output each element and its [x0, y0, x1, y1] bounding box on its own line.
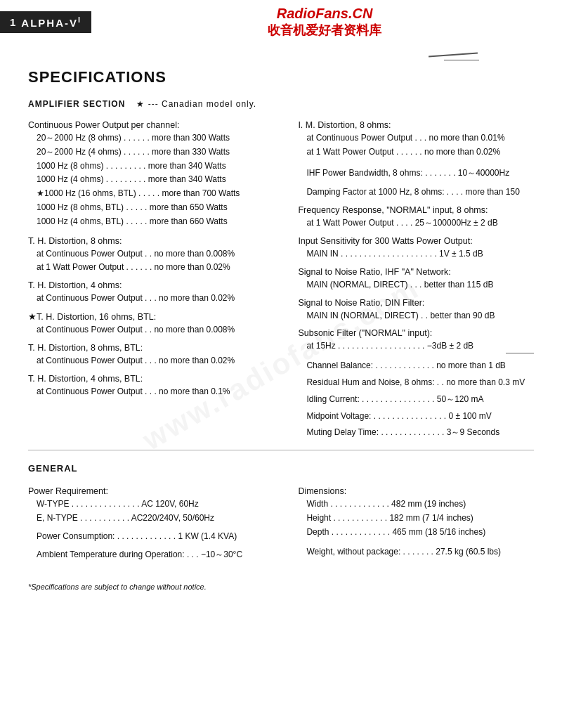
freq-label: Frequency Response, "NORMAL" input, 8 oh…	[298, 205, 534, 215]
thd-4ohms-btl-row-1: at Continuous Power Output . . . no more…	[28, 385, 284, 399]
snr-din-row-1: MAIN IN (NORMAL, DIRECT) . . better than…	[298, 309, 534, 323]
page: 1 ALPHA-VI RadioFans.CN 收音机爱好者资料库 SPECIF…	[0, 0, 562, 728]
imd-row-2: at 1 Watt Power Output . . . . . . no mo…	[298, 145, 534, 160]
power-consumption: Power Consumption: . . . . . . . . . . .…	[28, 530, 284, 544]
residual-hum: Residual Hum and Noise, 8 ohms: . . no m…	[298, 376, 534, 390]
snr-ihf-row-1: MAIN (NORMAL, DIRECT) . . . better than …	[298, 278, 534, 292]
idling-current: Idling Current: . . . . . . . . . . . . …	[298, 393, 534, 407]
site-title-cn: 收音机爱好者资料库	[98, 22, 551, 39]
section-header: AMPLIFIER SECTION ★ --- Canadian model o…	[28, 99, 534, 109]
power-row-1: 20～2000 Hz (8 ohms) . . . . . . more tha…	[28, 131, 284, 145]
header: 1 ALPHA-VI RadioFans.CN 收音机爱好者资料库	[0, 0, 562, 41]
channel-balance: Channel Balance: . . . . . . . . . . . .…	[298, 359, 534, 373]
general-right-col: Dimensions: Width . . . . . . . . . . . …	[291, 479, 534, 561]
dim-row-1: Width . . . . . . . . . . . . . 482 mm (…	[298, 498, 534, 512]
content: SPECIFICATIONS AMPLIFIER SECTION ★ --- C…	[0, 41, 562, 605]
brand-block: 1 ALPHA-VI	[0, 11, 91, 33]
power-row-5: ★1000 Hz (16 ohms, BTL) . . . . . more t…	[28, 187, 284, 201]
power-row-3: 1000 Hz (8 ohms) . . . . . . . . . more …	[28, 160, 284, 174]
footer-note: *Specifications are subject to change wi…	[28, 583, 534, 591]
general-left-col: Power Requirement: W-TYPE . . . . . . . …	[28, 479, 291, 561]
power-row-6: 1000 Hz (8 ohms, BTL) . . . . . more tha…	[28, 201, 284, 215]
thd-4ohms-row-1: at Continuous Power Output . . . no more…	[28, 292, 284, 306]
thd-16ohms-btl-row-1: at Continuous Power Output . . no more t…	[28, 323, 284, 337]
muting-delay: Muting Delay Time: . . . . . . . . . . .…	[298, 426, 534, 440]
dim-row-3: Depth . . . . . . . . . . . . . 465 mm (…	[298, 526, 534, 540]
snr-din-label: Signal to Noise Ratio, DIN Filter:	[298, 298, 534, 308]
power-req-row-2: E, N-TYPE . . . . . . . . . . . AC220/24…	[28, 512, 284, 526]
right-column: I. M. Distortion, 8 ohms: at Continuous …	[291, 113, 534, 440]
ihf-label: IHF Power Bandwidth, 8 ohms: . . . . . .…	[298, 167, 534, 181]
power-row-7: 1000 Hz (4 ohms, BTL) . . . . . more tha…	[28, 215, 284, 229]
thd-8ohms-btl-label: T. H. Distortion, 8 ohms, BTL:	[28, 343, 284, 353]
thd-8ohms-row-1: at Continuous Power Output . . no more t…	[28, 247, 284, 261]
two-col-layout: Continuous Power Output per channel: 20～…	[28, 113, 534, 440]
section-note: ★ --- Canadian model only.	[136, 99, 256, 109]
thd-4ohms-btl-label: T. H. Distortion, 4 ohms, BTL:	[28, 374, 284, 384]
thd-8ohms-row-2: at 1 Watt Power Output . . . . . . no mo…	[28, 261, 284, 275]
power-row-2: 20～2000 Hz (4 ohms) . . . . . . more tha…	[28, 145, 284, 160]
power-output-label: Continuous Power Output per channel:	[28, 120, 284, 130]
power-req-row-1: W-TYPE . . . . . . . . . . . . . . . AC …	[28, 498, 284, 512]
thd-4ohms-label: T. H. Distortion, 4 ohms:	[28, 280, 284, 290]
midpoint-voltage: Midpoint Voltage: . . . . . . . . . . . …	[298, 410, 534, 424]
power-req-label: Power Requirement:	[28, 486, 284, 496]
subsonic-value: at 15Hz . . . . . . . . . . . . . . . . …	[306, 339, 473, 353]
imd-row-1: at Continuous Power Output . . . no more…	[298, 131, 534, 145]
page-number: 1	[10, 16, 15, 28]
dim-row-2: Height . . . . . . . . . . . . 182 mm (7…	[298, 512, 534, 526]
brand-name: ALPHA-VI	[21, 15, 81, 29]
subsonic-label: Subsonic Filter ("NORMAL" input):	[298, 328, 534, 338]
general-title: GENERAL	[28, 463, 534, 474]
ambient-temp: Ambient Temperature during Operation: . …	[28, 548, 284, 562]
input-sens-row-1: MAIN IN . . . . . . . . . . . . . . . . …	[298, 247, 534, 261]
thd-8ohms-btl-row-1: at Continuous Power Output . . . no more…	[28, 354, 284, 368]
general-section: GENERAL Power Requirement: W-TYPE . . . …	[28, 463, 534, 561]
amplifier-section-label: AMPLIFIER SECTION	[28, 99, 125, 109]
left-column: Continuous Power Output per channel: 20～…	[28, 113, 291, 440]
input-sens-label: Input Sensitivity for 300 Watts Power Ou…	[298, 236, 534, 246]
freq-row-1: at 1 Watt Power Output . . . . 25～100000…	[298, 216, 534, 230]
dimensions-label: Dimensions:	[298, 486, 534, 496]
site-title-en: RadioFans.CN	[277, 6, 373, 21]
subsonic-row-1: at 15Hz . . . . . . . . . . . . . . . . …	[298, 339, 534, 353]
snr-ihf-label: Signal to Noise Ratio, IHF "A" Network:	[298, 267, 534, 277]
site-title: RadioFans.CN 收音机爱好者资料库	[98, 6, 551, 39]
power-row-4: 1000 Hz (4 ohms) . . . . . . . . . more …	[28, 173, 284, 187]
spec-title: SPECIFICATIONS	[28, 68, 534, 86]
damping-label: Damping Factor at 1000 Hz, 8 ohms: . . .…	[298, 186, 534, 200]
thd-16ohms-btl-label: ★T. H. Distortion, 16 ohms, BTL:	[28, 311, 284, 322]
general-two-col: Power Requirement: W-TYPE . . . . . . . …	[28, 479, 534, 561]
power-rows: 20～2000 Hz (8 ohms) . . . . . . more tha…	[28, 131, 284, 229]
imd-label: I. M. Distortion, 8 ohms:	[298, 120, 534, 130]
weight: Weight, without package: . . . . . . . 2…	[298, 545, 534, 559]
section-divider	[28, 450, 534, 450]
brand-suffix: I	[78, 15, 81, 24]
thd-8ohms-label: T. H. Distortion, 8 ohms:	[28, 236, 284, 246]
